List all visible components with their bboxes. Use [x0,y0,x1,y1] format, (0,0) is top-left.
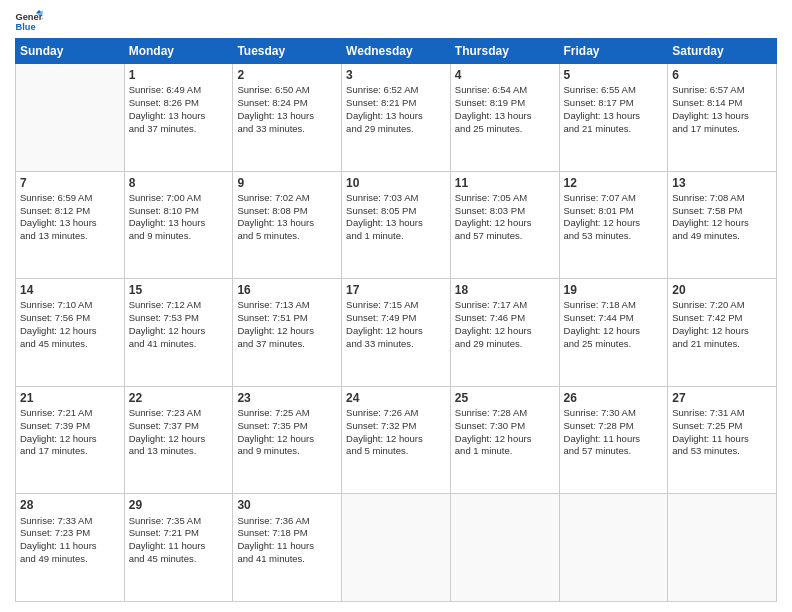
calendar-table: SundayMondayTuesdayWednesdayThursdayFrid… [15,38,777,602]
day-cell: 22Sunrise: 7:23 AMSunset: 7:37 PMDayligh… [124,386,233,494]
day-number: 26 [564,390,664,406]
day-number: 12 [564,175,664,191]
day-info: and 37 minutes. [129,123,229,136]
day-cell: 6Sunrise: 6:57 AMSunset: 8:14 PMDaylight… [668,64,777,172]
day-info: Daylight: 12 hours [346,433,446,446]
day-info: and 17 minutes. [20,445,120,458]
day-cell [342,494,451,602]
day-number: 18 [455,282,555,298]
week-row-1: 1Sunrise: 6:49 AMSunset: 8:26 PMDaylight… [16,64,777,172]
week-row-2: 7Sunrise: 6:59 AMSunset: 8:12 PMDaylight… [16,171,777,279]
day-info: Daylight: 11 hours [237,540,337,553]
day-info: and 13 minutes. [20,230,120,243]
day-info: Sunrise: 6:50 AM [237,84,337,97]
day-info: and 37 minutes. [237,338,337,351]
day-cell: 2Sunrise: 6:50 AMSunset: 8:24 PMDaylight… [233,64,342,172]
day-info: and 21 minutes. [672,338,772,351]
day-info: Sunrise: 7:30 AM [564,407,664,420]
day-info: Daylight: 13 hours [455,110,555,123]
day-info: and 29 minutes. [346,123,446,136]
day-info: Sunrise: 7:07 AM [564,192,664,205]
day-number: 11 [455,175,555,191]
day-info: Sunset: 7:56 PM [20,312,120,325]
day-info: Sunrise: 7:10 AM [20,299,120,312]
day-cell [559,494,668,602]
day-info: and 1 minute. [346,230,446,243]
day-info: Sunset: 7:21 PM [129,527,229,540]
day-info: Sunset: 7:58 PM [672,205,772,218]
day-number: 13 [672,175,772,191]
day-info: and 5 minutes. [237,230,337,243]
day-cell: 17Sunrise: 7:15 AMSunset: 7:49 PMDayligh… [342,279,451,387]
day-number: 1 [129,67,229,83]
day-info: Daylight: 12 hours [455,217,555,230]
day-cell: 10Sunrise: 7:03 AMSunset: 8:05 PMDayligh… [342,171,451,279]
col-header-saturday: Saturday [668,39,777,64]
day-number: 28 [20,497,120,513]
day-info: Sunrise: 7:18 AM [564,299,664,312]
day-info: Sunset: 7:53 PM [129,312,229,325]
day-number: 7 [20,175,120,191]
day-info: Sunset: 7:49 PM [346,312,446,325]
day-cell: 12Sunrise: 7:07 AMSunset: 8:01 PMDayligh… [559,171,668,279]
day-info: Sunrise: 6:57 AM [672,84,772,97]
day-info: Sunrise: 7:23 AM [129,407,229,420]
logo: General Blue [15,10,47,32]
day-info: and 41 minutes. [129,338,229,351]
day-info: Sunrise: 7:21 AM [20,407,120,420]
day-info: Sunset: 7:35 PM [237,420,337,433]
day-cell: 13Sunrise: 7:08 AMSunset: 7:58 PMDayligh… [668,171,777,279]
day-info: Sunrise: 7:02 AM [237,192,337,205]
day-info: Sunrise: 6:54 AM [455,84,555,97]
col-header-monday: Monday [124,39,233,64]
day-info: Daylight: 11 hours [20,540,120,553]
day-info: Daylight: 11 hours [564,433,664,446]
day-cell: 1Sunrise: 6:49 AMSunset: 8:26 PMDaylight… [124,64,233,172]
day-info: Daylight: 12 hours [455,325,555,338]
day-number: 17 [346,282,446,298]
day-number: 4 [455,67,555,83]
week-row-4: 21Sunrise: 7:21 AMSunset: 7:39 PMDayligh… [16,386,777,494]
day-info: and 13 minutes. [129,445,229,458]
day-cell: 21Sunrise: 7:21 AMSunset: 7:39 PMDayligh… [16,386,125,494]
day-info: Sunset: 7:39 PM [20,420,120,433]
day-info: Sunrise: 7:33 AM [20,515,120,528]
day-info: Daylight: 12 hours [672,325,772,338]
day-info: Daylight: 12 hours [564,325,664,338]
day-number: 27 [672,390,772,406]
day-info: Daylight: 13 hours [346,110,446,123]
day-info: and 33 minutes. [237,123,337,136]
header: General Blue [15,10,777,32]
day-info: Sunset: 7:25 PM [672,420,772,433]
day-info: Sunset: 7:42 PM [672,312,772,325]
day-info: Sunset: 8:26 PM [129,97,229,110]
day-cell [668,494,777,602]
day-cell [450,494,559,602]
day-number: 29 [129,497,229,513]
day-info: Sunset: 7:32 PM [346,420,446,433]
day-info: Sunset: 8:10 PM [129,205,229,218]
page: General Blue SundayMondayTuesdayWednesda… [0,0,792,612]
day-info: Daylight: 12 hours [129,433,229,446]
day-cell: 7Sunrise: 6:59 AMSunset: 8:12 PMDaylight… [16,171,125,279]
day-info: Sunset: 8:19 PM [455,97,555,110]
header-row: SundayMondayTuesdayWednesdayThursdayFrid… [16,39,777,64]
day-info: Sunrise: 7:31 AM [672,407,772,420]
svg-text:Blue: Blue [15,22,35,32]
day-cell: 4Sunrise: 6:54 AMSunset: 8:19 PMDaylight… [450,64,559,172]
day-info: and 5 minutes. [346,445,446,458]
day-cell: 19Sunrise: 7:18 AMSunset: 7:44 PMDayligh… [559,279,668,387]
day-number: 3 [346,67,446,83]
day-info: and 25 minutes. [455,123,555,136]
day-number: 23 [237,390,337,406]
day-info: and 21 minutes. [564,123,664,136]
day-info: Sunrise: 7:17 AM [455,299,555,312]
day-info: Daylight: 12 hours [564,217,664,230]
day-info: and 45 minutes. [129,553,229,566]
day-number: 6 [672,67,772,83]
day-cell: 27Sunrise: 7:31 AMSunset: 7:25 PMDayligh… [668,386,777,494]
day-cell: 26Sunrise: 7:30 AMSunset: 7:28 PMDayligh… [559,386,668,494]
day-info: Sunrise: 7:25 AM [237,407,337,420]
day-info: Daylight: 12 hours [237,325,337,338]
day-cell: 24Sunrise: 7:26 AMSunset: 7:32 PMDayligh… [342,386,451,494]
